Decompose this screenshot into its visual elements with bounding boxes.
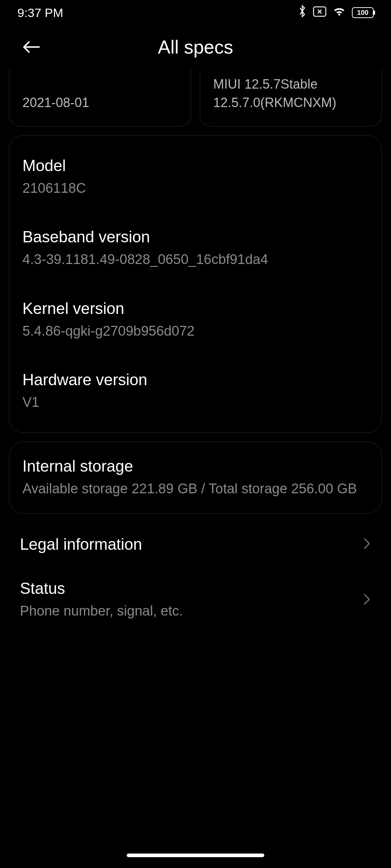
- security-patch-card[interactable]: 2021-08-01: [9, 69, 191, 127]
- legal-title: Legal information: [20, 535, 357, 553]
- spec-title: Baseband version: [22, 228, 369, 246]
- status-title: Status: [20, 579, 357, 597]
- miui-version-line1: MIUI 12.5.7Stable: [213, 75, 369, 93]
- status-item[interactable]: Status Phone number, signal, etc.: [9, 566, 382, 633]
- chevron-right-icon: [363, 593, 371, 607]
- page-title: All specs: [158, 36, 233, 58]
- storage-title: Internal storage: [22, 457, 369, 475]
- spec-item-hardware[interactable]: Hardware version V1: [22, 356, 369, 414]
- spec-title: Model: [22, 157, 369, 175]
- arrow-left-icon: [22, 40, 41, 54]
- top-cards-row: 2021-08-01 MIUI 12.5.7Stable 12.5.7.0(RK…: [9, 69, 382, 127]
- spec-value: V1: [22, 393, 369, 412]
- status-subtitle: Phone number, signal, etc.: [20, 602, 357, 620]
- spec-title: Hardware version: [22, 371, 369, 389]
- spec-title: Kernel version: [22, 299, 369, 318]
- wifi-icon: [332, 6, 346, 20]
- status-bar: 9:37 PM 100: [0, 0, 391, 25]
- back-button[interactable]: [20, 36, 42, 58]
- spec-value: 4.3-39.1181.49-0828_0650_16cbf91da4: [22, 250, 369, 269]
- spec-value: 5.4.86-qgki-g2709b956d072: [22, 322, 369, 340]
- specs-card: Model 2106118C Baseband version 4.3-39.1…: [9, 135, 382, 433]
- chevron-right-icon: [363, 537, 371, 551]
- bluetooth-icon: [298, 5, 307, 21]
- spec-item-kernel[interactable]: Kernel version 5.4.86-qgki-g2709b956d072: [22, 284, 369, 356]
- page-header: All specs: [0, 25, 391, 69]
- security-patch-value: 2021-08-01: [22, 94, 178, 112]
- miui-version-card[interactable]: MIUI 12.5.7Stable 12.5.7.0(RKMCNXM): [200, 69, 382, 127]
- spec-value: 2106118C: [22, 179, 369, 197]
- no-sim-icon: [313, 6, 327, 20]
- status-icons: 100: [298, 5, 374, 21]
- spec-item-baseband[interactable]: Baseband version 4.3-39.1181.49-0828_065…: [22, 213, 369, 284]
- battery-icon: 100: [352, 7, 374, 18]
- storage-card[interactable]: Internal storage Available storage 221.8…: [9, 442, 382, 514]
- home-indicator[interactable]: [127, 854, 264, 857]
- status-time: 9:37 PM: [17, 6, 63, 20]
- miui-version-line2: 12.5.7.0(RKMCNXM): [213, 94, 369, 112]
- spec-item-model[interactable]: Model 2106118C: [22, 154, 369, 213]
- storage-value: Available storage 221.89 GB / Total stor…: [22, 480, 369, 498]
- legal-information-item[interactable]: Legal information: [9, 522, 382, 566]
- content-area: 2021-08-01 MIUI 12.5.7Stable 12.5.7.0(RK…: [0, 69, 391, 634]
